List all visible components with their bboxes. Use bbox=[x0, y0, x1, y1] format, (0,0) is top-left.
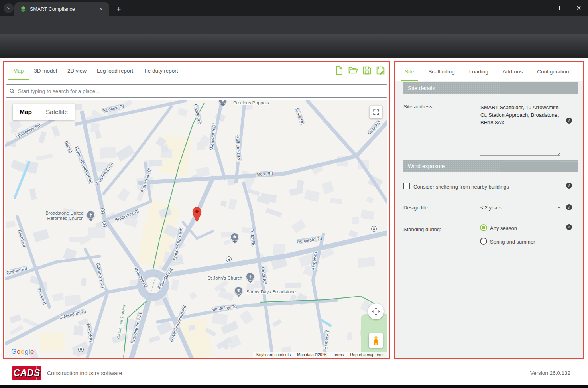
map-decor bbox=[117, 188, 130, 202]
map-road bbox=[355, 155, 387, 205]
window-maximize-button[interactable] bbox=[552, 0, 570, 16]
map-type-control: Map Satellite bbox=[13, 104, 75, 120]
map-decor bbox=[149, 335, 160, 343]
standing-during-info-icon[interactable]: i bbox=[566, 224, 572, 230]
resize-grip-icon[interactable] bbox=[557, 151, 560, 155]
map-decor bbox=[265, 208, 282, 217]
map-area-commercial bbox=[40, 333, 65, 351]
map-canvas[interactable]: Map Satellite Google Keyboard shortcutsM… bbox=[5, 100, 387, 358]
map-attribution-link[interactable]: Map data ©2026 bbox=[297, 353, 326, 357]
pan-control[interactable] bbox=[368, 303, 384, 319]
map-decor bbox=[272, 319, 282, 327]
right-tab-bar: Site Scaffolding Loading Add-ons Configu… bbox=[395, 62, 583, 81]
browser-tab[interactable]: SMART Compliance × bbox=[14, 2, 109, 16]
map-attribution[interactable]: Keyboard shortcutsMap data ©2026TermsRep… bbox=[253, 352, 387, 358]
map-decor bbox=[52, 293, 64, 301]
new-tab-button[interactable]: + bbox=[113, 4, 124, 15]
map-decor bbox=[220, 200, 227, 207]
map-bus-stop-icon bbox=[371, 226, 377, 232]
tab-title: SMART Compliance bbox=[30, 6, 97, 12]
sheltering-info-icon[interactable]: i bbox=[566, 183, 572, 189]
tab-leg-load-report[interactable]: Leg load report bbox=[92, 62, 138, 80]
browser-navbar: compliance.smartscaffolder.com/independe… bbox=[0, 16, 588, 34]
map-attribution-link[interactable]: Terms bbox=[333, 353, 344, 357]
map-poi-church-icon bbox=[87, 211, 95, 219]
map-poi-church-icon bbox=[246, 272, 254, 281]
project-toolbar bbox=[334, 65, 385, 75]
map-road bbox=[212, 140, 227, 181]
sheltering-label: Consider sheltering from nearby building… bbox=[413, 184, 509, 190]
tab-loading[interactable]: Loading bbox=[467, 62, 490, 81]
tab-tie-duty-report[interactable]: Tie duty report bbox=[138, 62, 183, 80]
map-decor bbox=[95, 131, 102, 139]
taskbar-strip bbox=[0, 385, 588, 388]
google-logo[interactable]: Google bbox=[11, 348, 34, 356]
tab-scaffolding[interactable]: Scaffolding bbox=[426, 62, 457, 81]
fullscreen-icon bbox=[373, 109, 380, 116]
map-bus-stop-icon bbox=[102, 221, 107, 227]
save-icon[interactable] bbox=[362, 65, 372, 75]
map-decor bbox=[285, 282, 301, 287]
map-bus-stop-icon bbox=[226, 256, 232, 262]
open-icon[interactable] bbox=[348, 65, 358, 75]
place-search-input[interactable] bbox=[18, 88, 387, 94]
tab-close-icon[interactable]: × bbox=[97, 5, 105, 13]
spring-summer-radio[interactable] bbox=[480, 238, 487, 245]
map-marker-pin[interactable] bbox=[191, 207, 203, 223]
map-label: Precious Poppets bbox=[233, 100, 269, 105]
site-address-label: Site address: bbox=[403, 104, 434, 110]
map-poi-school-icon bbox=[234, 286, 243, 295]
map-road bbox=[197, 230, 214, 240]
map-decor bbox=[81, 278, 87, 286]
design-life-select[interactable]: ≤ 2 years bbox=[480, 202, 562, 213]
map-decor bbox=[348, 230, 358, 238]
map-decor bbox=[36, 154, 53, 160]
any-season-radio[interactable] bbox=[480, 224, 487, 231]
site-address-notes-field[interactable] bbox=[480, 140, 560, 156]
map-attribution-link[interactable]: Keyboard shortcuts bbox=[256, 353, 291, 357]
tab-map[interactable]: Map bbox=[8, 62, 29, 80]
map-decor bbox=[321, 181, 334, 194]
map-decor bbox=[291, 219, 307, 233]
map-decor bbox=[361, 209, 375, 220]
map-bus-stop-icon bbox=[100, 208, 105, 214]
tab-add-ons[interactable]: Add-ons bbox=[501, 62, 525, 81]
map-decor bbox=[366, 197, 374, 204]
site-address-info-icon[interactable]: i bbox=[566, 118, 572, 124]
tab-2d-view[interactable]: 2D view bbox=[62, 62, 92, 80]
map-label: B3074 bbox=[64, 140, 73, 154]
pan-arrows-icon bbox=[371, 307, 381, 316]
sheltering-checkbox[interactable] bbox=[403, 183, 410, 189]
map-decor bbox=[212, 313, 228, 325]
map-label: St John's Church bbox=[207, 276, 242, 280]
map-decor bbox=[88, 227, 105, 238]
map-label: Sunny Days Broadstone bbox=[246, 290, 296, 294]
map-decor bbox=[29, 188, 37, 200]
map-attribution-link[interactable]: Report a map error bbox=[350, 353, 384, 357]
map-decor bbox=[10, 314, 22, 323]
app-header: SMART COMPLIANCE ? Log out (Admin) bbox=[0, 34, 588, 58]
save-as-icon[interactable] bbox=[376, 65, 385, 75]
map-decor bbox=[33, 229, 49, 242]
map-decor bbox=[177, 108, 188, 117]
standing-during-label: Standing during: bbox=[403, 226, 441, 232]
map-type-satellite-button[interactable]: Satellite bbox=[39, 104, 75, 120]
window-minimize-button[interactable] bbox=[533, 0, 551, 16]
browser-titlebar: SMART Compliance × + ✕ bbox=[0, 0, 588, 16]
new-project-icon[interactable] bbox=[334, 65, 344, 75]
map-type-map-button[interactable]: Map bbox=[13, 104, 39, 120]
fullscreen-button[interactable] bbox=[370, 106, 382, 118]
pegman-control[interactable] bbox=[369, 333, 383, 348]
map-label: Broadstone United bbox=[45, 211, 83, 215]
map-decor bbox=[347, 332, 353, 340]
tab-search-button[interactable] bbox=[4, 3, 14, 13]
map-road bbox=[107, 284, 141, 294]
map-decor bbox=[6, 220, 16, 228]
map-road bbox=[305, 100, 359, 158]
tab-site[interactable]: Site bbox=[403, 62, 416, 81]
tab-3d-model[interactable]: 3D model bbox=[29, 62, 62, 80]
site-details-header: Site details bbox=[403, 82, 578, 94]
design-life-info-icon[interactable]: i bbox=[566, 204, 572, 210]
window-close-button[interactable]: ✕ bbox=[570, 0, 588, 16]
tab-configuration[interactable]: Configuration bbox=[535, 62, 571, 81]
